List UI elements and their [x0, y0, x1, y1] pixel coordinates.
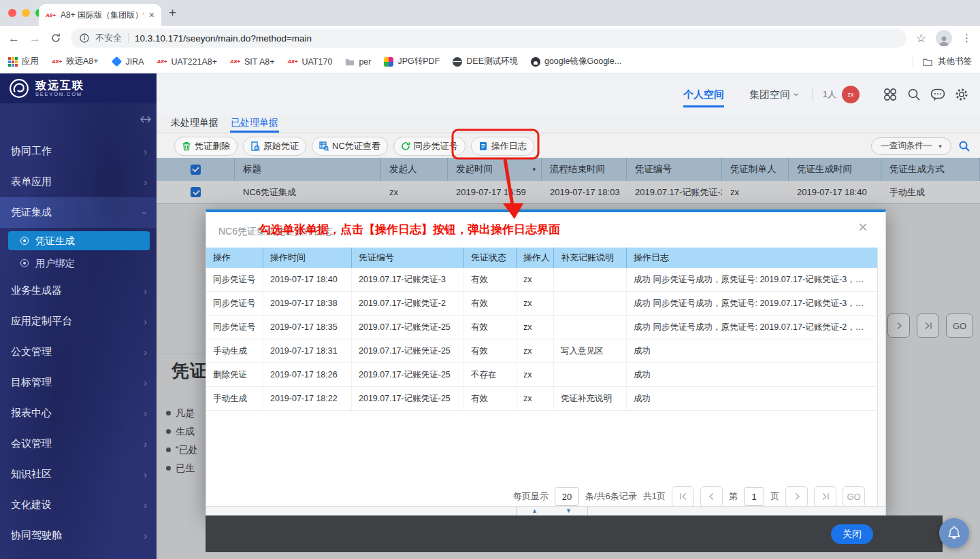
bookmark-uat170[interactable]: A8+ UAT170 — [288, 57, 333, 67]
last-page-button[interactable] — [814, 486, 836, 507]
bookmark-jira[interactable]: JIRA — [112, 57, 144, 67]
other-bookmarks[interactable]: 其他书签 — [913, 56, 972, 67]
close-window-button[interactable] — [8, 9, 16, 17]
notification-bell-button[interactable] — [939, 518, 969, 548]
reload-icon[interactable] — [50, 33, 61, 44]
sidebar-item-label: 表单应用 — [11, 175, 52, 188]
sidebar-subitem-voucher-generation[interactable]: 凭证生成 — [8, 231, 150, 250]
bookmark-jpg2pdf[interactable]: JPG转PDF — [384, 56, 440, 67]
sidebar-item-hr-management[interactable]: HR管理 › — [0, 551, 157, 559]
nav-personal-space[interactable]: 个人空间 — [683, 88, 724, 101]
cell-voucher-no: 2019.07.17-记账凭证-25 — [352, 363, 464, 386]
per-page-input[interactable] — [555, 487, 579, 506]
info-icon[interactable] — [80, 33, 89, 43]
nav-group-space[interactable]: 集团空间 › — [749, 88, 799, 101]
trash-icon — [182, 141, 191, 151]
new-tab-button[interactable]: + — [169, 5, 176, 20]
button-label: 原始凭证 — [263, 140, 299, 152]
cell-note — [554, 292, 627, 315]
sidebar-item-goal-management[interactable]: 目标管理 › — [0, 367, 157, 398]
sidebar-menu: 协同工作 › 表单应用 › 凭证集成 › 凭证生成 用户绑定 业务生成器 › 应… — [0, 136, 157, 559]
dropdown-arrow-icon: ▾ — [938, 143, 942, 150]
dialog-close-icon[interactable]: × — [858, 218, 868, 237]
sidebar-subitem-user-binding[interactable]: 用户绑定 — [8, 254, 150, 273]
bookmark-star-icon[interactable]: ☆ — [916, 31, 926, 46]
bookmark-label: SIT A8+ — [244, 57, 275, 67]
browser-actions: ☆ ⋮ — [916, 30, 972, 46]
query-condition-dropdown[interactable]: —查询条件— ▾ — [871, 137, 951, 155]
delete-voucher-button[interactable]: 凭证删除 — [174, 137, 238, 156]
grid-search-icon — [319, 141, 329, 151]
dialog-horizontal-scrollbar[interactable]: ▲ ▼ — [206, 506, 885, 515]
back-icon[interactable]: ← — [8, 33, 20, 44]
sidebar-item-culture-building[interactable]: 文化建设 › — [0, 490, 157, 520]
sync-voucher-number-button[interactable]: 同步凭证号 — [393, 137, 466, 156]
bookmark-per-folder[interactable]: per — [345, 57, 371, 67]
a8-favicon-icon: A8+ — [230, 58, 240, 65]
sidebar-item-label: 报表中心 — [11, 407, 52, 420]
browser-menu-icon[interactable]: ⋮ — [962, 32, 972, 44]
sidebar-item-label: 应用定制平台 — [11, 315, 72, 328]
online-count[interactable]: 1人 — [823, 88, 836, 101]
browser-tab[interactable]: A8+ A8+ 国际版（集团版）协同管理 × — [39, 4, 161, 26]
operation-log-button[interactable]: 操作日志 — [471, 137, 534, 156]
bookmark-google-mirror[interactable]: google镜像Google... — [531, 56, 621, 67]
browser-profile-avatar[interactable] — [936, 30, 952, 46]
go-button[interactable]: GO — [843, 486, 865, 507]
rainbow-icon — [384, 57, 393, 67]
tab-unprocessed[interactable]: 未处理单据 — [170, 116, 219, 133]
forward-icon[interactable]: → — [29, 33, 41, 44]
first-page-button[interactable] — [672, 486, 694, 507]
sidebar-item-meeting-management[interactable]: 会议管理 › — [0, 428, 157, 459]
cell-operation: 手动生成 — [206, 387, 263, 410]
sidebar-item-label: 公文管理 — [11, 345, 52, 358]
bookmark-uat221[interactable]: A8+ UAT221A8+ — [157, 57, 217, 67]
prev-page-button[interactable] — [700, 486, 723, 507]
bookmark-apps[interactable]: 应用 — [8, 56, 39, 67]
cell-log: 成功 同步凭证号成功，原凭证号: 2019.07.17-记账凭证-3，同步后..… — [627, 292, 877, 315]
sidebar: 致远互联 SEEYON.COM 协同工作 › 表单应用 › 凭证集成 › 凭证生… — [0, 73, 157, 559]
sidebar-item-app-custom-platform[interactable]: 应用定制平台 › — [0, 306, 157, 337]
search-icon[interactable] — [906, 87, 921, 102]
globe-icon — [453, 57, 462, 67]
bookmark-dee[interactable]: DEE测试环境 — [453, 56, 518, 67]
next-page-button[interactable] — [785, 486, 808, 507]
close-button[interactable]: 关闭 — [831, 524, 873, 544]
user-avatar[interactable]: zx — [842, 86, 860, 103]
scroll-up-icon[interactable]: ▲ — [532, 507, 538, 514]
bookmark-seeyon-a8[interactable]: A8+ 致远A8+ — [52, 56, 99, 67]
bookmark-label: JIRA — [126, 57, 144, 67]
message-icon[interactable] — [930, 87, 945, 102]
a8-favicon-icon: A8+ — [157, 58, 167, 65]
search-icon[interactable] — [958, 140, 970, 152]
cell-log: 成功 同步凭证号成功，原凭证号: 2019.07.17-记账凭证-3，同步后..… — [627, 268, 877, 291]
cell-log: 成功 同步凭证号成功，原凭证号: 2019.07.17-记账凭证-2，同步后..… — [627, 316, 877, 339]
sidebar-item-form-app[interactable]: 表单应用 › — [0, 167, 157, 197]
sidebar-item-voucher-integration[interactable]: 凭证集成 › — [0, 197, 157, 228]
sidebar-item-knowledge-community[interactable]: 知识社区 › — [0, 459, 157, 490]
address-bar[interactable]: 不安全 10.3.10.171/seeyon/main.do?method=ma… — [71, 29, 906, 48]
bookmark-sit-a8[interactable]: A8+ SIT A8+ — [230, 57, 275, 67]
sidebar-item-cockpit[interactable]: 协同驾驶舱 › — [0, 520, 157, 551]
settings-gear-icon[interactable] — [954, 87, 969, 102]
cell-operator: zx — [517, 363, 554, 386]
apps-launcher-icon[interactable] — [883, 87, 898, 102]
original-voucher-button[interactable]: 原始凭证 — [243, 137, 306, 156]
tab-processed[interactable]: 已处理单据 — [230, 116, 279, 133]
chevron-right-icon: › — [144, 500, 147, 511]
sidebar-item-official-doc[interactable]: 公文管理 › — [0, 337, 157, 367]
sidebar-item-report-center[interactable]: 报表中心 › — [0, 398, 157, 428]
dialog-vertical-scrollbar[interactable] — [877, 248, 885, 506]
apps-grid-icon — [8, 57, 18, 67]
sidebar-item-business-generator[interactable]: 业务生成器 › — [0, 275, 157, 306]
page-number-input[interactable] — [744, 487, 764, 506]
scroll-down-icon[interactable]: ▼ — [566, 507, 572, 514]
minimize-window-button[interactable] — [22, 9, 30, 17]
tab-close-icon[interactable]: × — [149, 10, 154, 20]
cell-time: 2019-07-17 18:38 — [263, 292, 352, 315]
sidebar-collapse-icon[interactable] — [140, 116, 151, 123]
github-icon — [531, 57, 540, 67]
records-label: 条/共6条记录 — [585, 490, 637, 503]
nc-voucher-view-button[interactable]: NC凭证查看 — [312, 137, 388, 156]
sidebar-item-collaboration[interactable]: 协同工作 › — [0, 136, 157, 167]
